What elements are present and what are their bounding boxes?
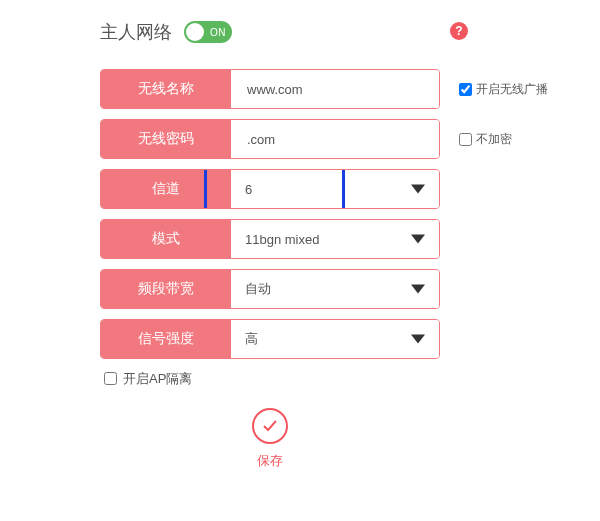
no-encrypt-checkbox[interactable] [459, 133, 472, 146]
row-bandwidth: 频段带宽 自动 [100, 269, 600, 309]
main-panel: 主人网络 ON ? 无线名称 开启无线广播 无线密码 不加密 [0, 0, 600, 480]
ssid-label: 无线名称 [101, 70, 231, 108]
ssid-field: 无线名称 [100, 69, 440, 109]
ap-isolation-checkbox[interactable] [104, 372, 117, 385]
row-password: 无线密码 不加密 [100, 119, 600, 159]
save-label: 保存 [257, 452, 283, 470]
page-title: 主人网络 [100, 20, 172, 44]
mode-value-box: 11bgn mixed [231, 220, 439, 258]
bandwidth-value-box: 自动 [231, 270, 439, 308]
ssid-input[interactable] [245, 81, 425, 98]
enable-toggle[interactable]: ON [184, 21, 232, 43]
chevron-down-icon [411, 235, 425, 244]
channel-select[interactable]: 信道 6 [100, 169, 440, 209]
ssid-value-box [231, 70, 439, 108]
mode-label: 模式 [101, 220, 231, 258]
password-value-box [231, 120, 439, 158]
channel-label: 信道 [101, 170, 231, 208]
broadcast-label: 开启无线广播 [476, 81, 548, 98]
signal-select[interactable]: 信号强度 高 [100, 319, 440, 359]
signal-value-box: 高 [231, 320, 439, 358]
chevron-down-icon [411, 285, 425, 294]
mode-select[interactable]: 模式 11bgn mixed [100, 219, 440, 259]
row-ap-isolation: 开启AP隔离 [100, 369, 600, 388]
password-field: 无线密码 [100, 119, 440, 159]
password-label: 无线密码 [101, 120, 231, 158]
row-channel: 信道 6 [100, 169, 600, 209]
broadcast-checkbox[interactable] [459, 83, 472, 96]
bandwidth-label: 频段带宽 [101, 270, 231, 308]
signal-label: 信号强度 [101, 320, 231, 358]
toggle-label: ON [210, 27, 226, 38]
broadcast-option[interactable]: 开启无线广播 [455, 80, 548, 99]
row-signal: 信号强度 高 [100, 319, 600, 359]
bandwidth-value: 自动 [245, 280, 271, 298]
chevron-down-icon [411, 335, 425, 344]
password-input[interactable] [245, 131, 425, 148]
toggle-knob [186, 23, 204, 41]
check-icon [260, 416, 280, 436]
row-ssid: 无线名称 开启无线广播 [100, 69, 600, 109]
help-icon[interactable]: ? [450, 22, 468, 40]
header: 主人网络 ON [100, 20, 600, 44]
row-mode: 模式 11bgn mixed [100, 219, 600, 259]
save-button[interactable] [252, 408, 288, 444]
ap-isolation-label: 开启AP隔离 [123, 370, 192, 388]
channel-value: 6 [245, 182, 252, 197]
chevron-down-icon [411, 185, 425, 194]
bandwidth-select[interactable]: 频段带宽 自动 [100, 269, 440, 309]
save-area: 保存 [100, 408, 440, 470]
no-encrypt-option[interactable]: 不加密 [455, 130, 512, 149]
no-encrypt-label: 不加密 [476, 131, 512, 148]
signal-value: 高 [245, 330, 258, 348]
mode-value: 11bgn mixed [245, 232, 319, 247]
channel-value-box: 6 [231, 170, 439, 208]
